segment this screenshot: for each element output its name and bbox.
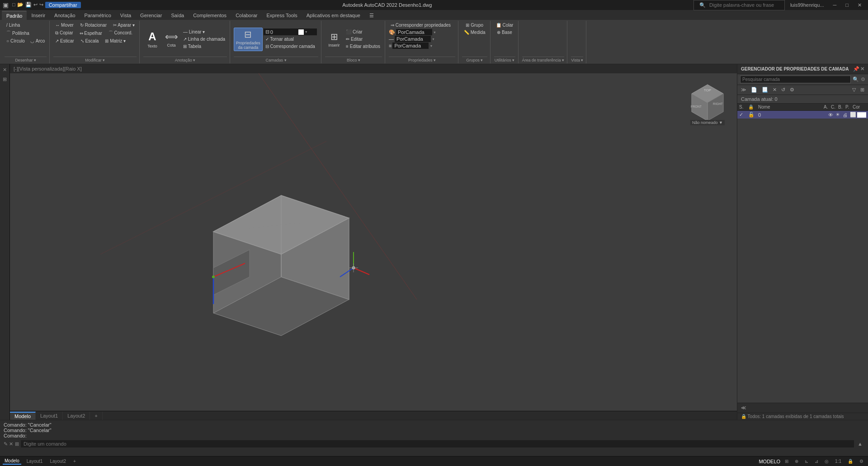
expand-left-btn[interactable]: ≫ (739, 86, 748, 94)
btn-aparar[interactable]: ✂ Aparar ▾ (111, 22, 137, 29)
tab-layout1[interactable]: Layout1 (36, 412, 63, 420)
group-grupos: ⊞ Grupo 📏 Medida Grupos ▾ (459, 21, 491, 63)
layer-dropdown-icon: ⊟ (265, 29, 269, 35)
canvas-area[interactable]: [-][Vista personalizada][Raio X] (10, 64, 737, 420)
title-bar: ▣ □ 📂 💾 ↩ ↪ Compartilhar Autodesk AutoCA… (0, 0, 868, 10)
osnap-btn[interactable]: ◎ (823, 458, 830, 464)
panel-pin-icon[interactable]: 📌 (853, 66, 859, 72)
maximize-btn[interactable]: □ (842, 1, 852, 9)
tab-expresstools[interactable]: Express Tools (262, 11, 302, 20)
circulo-icon: ○ (6, 38, 9, 43)
new-layer-btn[interactable]: 📄 (749, 86, 759, 94)
btn-criar-bloco[interactable]: ⬛ Criar (344, 29, 382, 35)
close-btn[interactable]: ✕ (854, 1, 865, 9)
btn-escala[interactable]: ⤡ Escala (79, 38, 101, 44)
layer-row-0[interactable]: ✓ 🔓 0 👁 ☀ 🖨 ⬜ (737, 111, 868, 119)
view-cube[interactable]: TOP RIGHT FRONT N Não nomeado ▼ (687, 82, 728, 123)
tab-anotacao[interactable]: Anotação (50, 11, 80, 20)
minimize-btn[interactable]: ─ (830, 1, 840, 9)
polar-btn[interactable]: ⊿ (813, 458, 820, 464)
btn-cota[interactable]: ⟺ Cota (162, 30, 180, 48)
filter2-btn[interactable]: ⊞ (859, 86, 866, 94)
btn-grupo[interactable]: ⊞ Grupo (464, 22, 485, 29)
layer-search-input[interactable] (740, 76, 851, 83)
refresh-btn[interactable]: ↺ (779, 86, 787, 94)
tab-saida[interactable]: Saída (166, 11, 189, 20)
btn-rotacionar[interactable]: ↻ Rotacionar (78, 22, 108, 29)
cmd-maximize[interactable]: ▲ (856, 441, 864, 447)
header-nome[interactable]: Nome (758, 105, 824, 109)
tab-parametrico[interactable]: Paramétrico (80, 11, 116, 20)
redo-icon[interactable]: ↪ (39, 2, 43, 8)
tab-padrao[interactable]: Padrão (2, 11, 27, 20)
btn-editar-bloco[interactable]: ✏ Editar (344, 36, 382, 43)
btn-circulo[interactable]: ○ Círculo (5, 38, 27, 44)
btn-medida[interactable]: 📏 Medida (462, 29, 487, 36)
btn-concord[interactable]: ⌒ Concord. (107, 29, 134, 37)
btn-tornar-atual[interactable]: ✓ Tornar atual (264, 36, 317, 43)
btn-linear[interactable]: ― Linear ▾ (181, 29, 227, 35)
app-menu-icon[interactable]: ▣ (3, 1, 9, 9)
btn-linha[interactable]: / Linha (5, 22, 22, 29)
collapse-left-btn[interactable]: ≪ (739, 404, 748, 412)
btn-copiar[interactable]: ⧉ Copiar (53, 29, 75, 37)
btn-arco[interactable]: ◡ Arco (28, 38, 47, 44)
filter-btn[interactable]: ▽ (850, 86, 858, 94)
tab-vista[interactable]: Vista (116, 11, 136, 20)
btn-corresponder-camada[interactable]: ⊟ Corresponder camada (264, 43, 317, 50)
new-layer-vp-btn[interactable]: 📃 (760, 86, 770, 94)
btn-esticar[interactable]: ↗ Esticar (53, 38, 75, 44)
settings-icon[interactable]: ⚙ (861, 76, 865, 82)
btn-corresponder-props[interactable]: ⇒ Corresponder propriedades (389, 22, 453, 29)
search-icon: 🔍 (697, 1, 708, 9)
tab-colaborar[interactable]: Colaborar (231, 11, 262, 20)
grid-btn[interactable]: ⊞ (783, 458, 790, 464)
btn-prop-camada[interactable]: ⊟ Propriedadesda camada (234, 28, 263, 51)
left-tool-select[interactable]: ⊞ (0, 75, 9, 84)
tab-gerenciar[interactable]: Gerenciar (136, 11, 166, 20)
save-icon[interactable]: 💾 (25, 2, 32, 8)
undo-icon[interactable]: ↩ (33, 2, 38, 8)
btn-mover[interactable]: ↔ Mover (53, 22, 75, 29)
tab-modelo[interactable]: Modelo (10, 412, 36, 420)
user-label[interactable]: luis99henriqu... (787, 2, 828, 8)
btn-espelhar[interactable]: ⇔ Espelhar (78, 29, 104, 37)
ortho-btn[interactable]: ⊾ (803, 458, 810, 464)
snap-btn[interactable]: ⊕ (793, 458, 800, 464)
tab-inserir[interactable]: Inserir (27, 11, 50, 20)
btn-tabela[interactable]: ⊞ Tabela (181, 43, 227, 50)
btn-texto[interactable]: A Texto (143, 29, 161, 49)
btn-colar[interactable]: 📋 Colar (494, 22, 515, 29)
command-input[interactable] (21, 440, 854, 447)
tab-add[interactable]: + (90, 412, 102, 420)
delete-layer-btn[interactable]: ✕ (771, 86, 778, 94)
group-propriedades-label: Propriedades ▾ (389, 57, 455, 62)
btn-editar-atributos[interactable]: ≡ Editar atributos (344, 43, 382, 50)
btn-inserir[interactable]: ⊞ Inserir (325, 30, 343, 48)
share-button[interactable]: Compartilhar (45, 2, 81, 8)
search-input[interactable] (709, 2, 782, 8)
open-icon[interactable]: 📂 (17, 2, 24, 8)
add-tab[interactable]: + (71, 458, 78, 464)
btn-base[interactable]: ⊕ Base (495, 29, 514, 36)
settings-status[interactable]: ⚙ (858, 458, 865, 464)
tab-custom[interactable]: ☰ (365, 11, 378, 20)
zoom-label[interactable]: 1:1 (833, 458, 843, 464)
tab-complementos[interactable]: Complementos (189, 11, 231, 20)
lock-btn[interactable]: 🔒 (846, 458, 855, 464)
layout2-tab[interactable]: Layout2 (48, 458, 68, 464)
btn-polilinha[interactable]: ⌒ Polilinha (5, 29, 31, 37)
btn-linha-chamada[interactable]: ↗ Linha de chamada (181, 36, 227, 43)
drawing-canvas[interactable]: TOP RIGHT FRONT N Não nomeado ▼ (10, 73, 737, 420)
tab-aplicativos[interactable]: Aplicativos em destaque (302, 11, 365, 20)
panel-close-icon[interactable]: ✕ (860, 66, 864, 72)
tab-layout2[interactable]: Layout2 (63, 412, 90, 420)
settings2-btn[interactable]: ⚙ (788, 86, 796, 94)
layout1-tab[interactable]: Layout1 (25, 458, 45, 464)
model-tab[interactable]: Modelo (3, 458, 21, 465)
new-icon[interactable]: □ (12, 2, 15, 8)
btn-matriz[interactable]: ⊞ Matriz ▾ (103, 38, 127, 44)
group-camadas: ⊟ Propriedadesda camada ⊟ 0 ▼ ✓ Tornar a… (231, 21, 321, 63)
left-tool-x[interactable]: ✕ (0, 65, 9, 74)
group-transferencia-label: Área de transferência ▾ (522, 57, 565, 62)
